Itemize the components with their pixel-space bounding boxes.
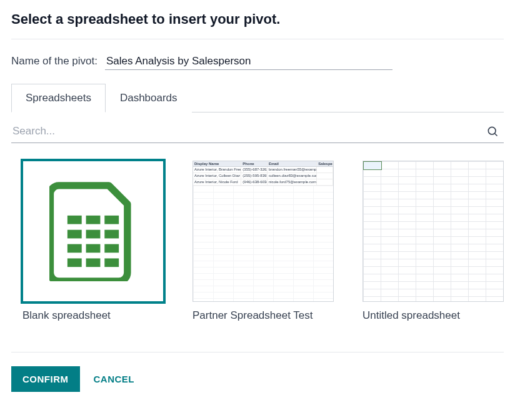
tab-dashboards-label: Dashboards — [120, 92, 178, 104]
pivot-name-input[interactable] — [105, 53, 392, 70]
tab-spreadsheets-label: Spreadsheets — [26, 92, 91, 104]
tab-dashboards[interactable]: Dashboards — [106, 84, 192, 112]
svg-rect-12 — [86, 258, 101, 267]
search-input[interactable] — [11, 120, 485, 142]
card-untitled-spreadsheet[interactable]: Untitled spreadsheet — [362, 161, 504, 322]
confirm-button-label: CONFIRM — [22, 374, 69, 384]
card-blank-label: Blank spreadsheet — [22, 309, 164, 322]
svg-rect-2 — [68, 216, 82, 224]
spreadsheet-icon — [49, 181, 137, 281]
pivot-name-label: Name of the pivot: — [11, 55, 98, 68]
svg-rect-13 — [104, 258, 119, 267]
svg-rect-7 — [104, 230, 119, 239]
card-partner-thumb: Display Name Phone Email Salespe Azure I… — [192, 161, 334, 302]
pivot-name-row: Name of the pivot: — [11, 53, 504, 70]
cancel-button[interactable]: CANCEL — [94, 374, 135, 384]
tab-spreadsheets[interactable]: Spreadsheets — [11, 84, 106, 112]
svg-rect-6 — [86, 230, 101, 239]
svg-rect-9 — [86, 244, 101, 253]
card-untitled-label: Untitled spreadsheet — [362, 309, 504, 322]
svg-rect-5 — [68, 230, 82, 239]
grid-empty-area — [193, 186, 333, 301]
dialog-footer: CONFIRM CANCEL — [11, 352, 504, 392]
table-row: Azure Interior, Brandon Freeman (355)-68… — [193, 167, 333, 173]
modal-title: Select a spreadsheet to insert your pivo… — [11, 11, 504, 39]
spreadsheet-cards: Blank spreadsheet Display Name Phone Ema… — [11, 158, 504, 337]
cancel-button-label: CANCEL — [94, 374, 135, 384]
col-salesperson: Salespe — [317, 161, 333, 166]
card-partner-spreadsheet[interactable]: Display Name Phone Email Salespe Azure I… — [192, 161, 334, 322]
partner-preview: Display Name Phone Email Salespe Azure I… — [193, 161, 333, 301]
card-blank-thumb — [22, 161, 164, 302]
search-row — [11, 120, 504, 143]
svg-rect-4 — [104, 216, 119, 224]
svg-line-1 — [495, 134, 498, 136]
col-phone: Phone — [241, 161, 268, 166]
col-email: Email — [268, 161, 317, 166]
col-display-name: Display Name — [193, 161, 241, 166]
table-row: Azure Interior, Nicole Ford (946)-638-60… — [193, 179, 333, 186]
svg-rect-11 — [68, 258, 82, 267]
confirm-button[interactable]: CONFIRM — [11, 366, 80, 392]
svg-point-0 — [488, 127, 496, 134]
card-partner-label: Partner Spreadsheet Test — [192, 309, 334, 322]
card-blank-spreadsheet[interactable]: Blank spreadsheet — [22, 161, 164, 322]
svg-rect-10 — [104, 244, 119, 253]
svg-rect-3 — [86, 216, 101, 224]
search-icon[interactable] — [485, 124, 500, 139]
tab-bar: Spreadsheets Dashboards — [11, 84, 504, 112]
partner-preview-header: Display Name Phone Email Salespe — [193, 161, 333, 167]
svg-rect-8 — [68, 244, 82, 253]
card-untitled-thumb — [362, 161, 504, 302]
empty-grid-preview — [363, 161, 503, 301]
table-row: Azure Interior, Colleen Diaz (255)-595-8… — [193, 173, 333, 179]
